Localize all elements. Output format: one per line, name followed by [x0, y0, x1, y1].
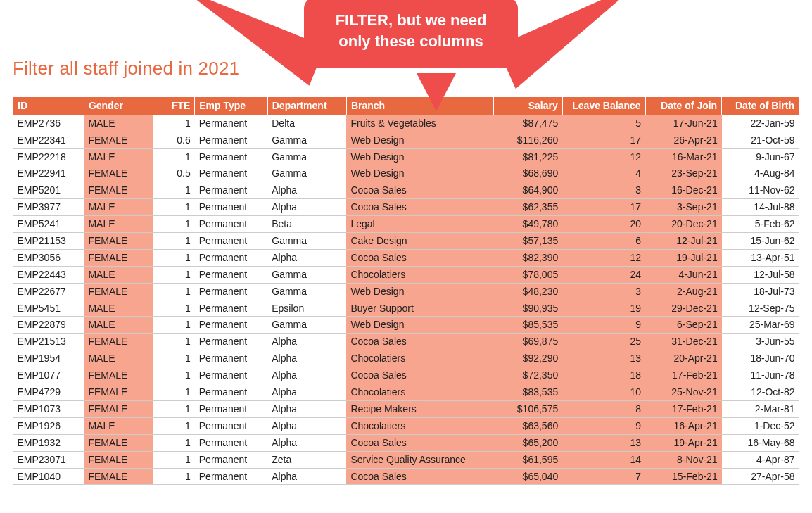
cell-etype: Permanent	[195, 400, 267, 417]
cell-branch: Web Design	[346, 283, 493, 300]
cell-fte: 0.6	[153, 132, 195, 148]
cell-dob: 15-Jun-62	[722, 233, 799, 250]
cell-salary: $106,575	[494, 400, 563, 417]
cell-salary: $81,225	[494, 148, 563, 165]
cell-id: EMP5451	[13, 300, 84, 317]
cell-dob: 13-Apr-51	[722, 249, 799, 266]
cell-dept: Alpha	[267, 350, 346, 367]
cell-dept: Gamma	[267, 317, 346, 334]
cell-branch: Cocoa Sales	[346, 182, 493, 199]
cell-salary: $57,135	[494, 233, 563, 250]
cell-salary: $48,230	[494, 283, 563, 300]
cell-etype: Permanent	[195, 300, 267, 317]
table-row: EMP21153FEMALE1PermanentGammaCake Design…	[13, 233, 799, 250]
cell-fte: 1	[153, 300, 195, 317]
cell-id: EMP3977	[13, 199, 84, 216]
cell-id: EMP1932	[13, 434, 84, 451]
cell-gender: MALE	[84, 350, 153, 367]
cell-gender: MALE	[84, 216, 153, 233]
cell-branch: Web Design	[346, 165, 493, 182]
cell-branch: Web Design	[346, 132, 493, 148]
cell-dob: 11-Nov-62	[722, 182, 799, 199]
cell-salary: $68,690	[494, 165, 563, 182]
cell-doj: 25-Nov-21	[645, 384, 722, 401]
cell-dob: 18-Jun-70	[722, 350, 799, 367]
cell-gender: MALE	[84, 317, 153, 334]
cell-leave: 13	[562, 350, 645, 367]
cell-doj: 19-Apr-21	[645, 434, 722, 451]
cell-dept: Delta	[267, 115, 346, 132]
cell-etype: Permanent	[195, 334, 267, 350]
col-fte: FTE	[153, 97, 195, 115]
cell-id: EMP1073	[13, 400, 84, 417]
cell-fte: 1	[153, 266, 195, 283]
cell-dept: Epsilon	[267, 300, 346, 317]
cell-etype: Permanent	[195, 165, 267, 182]
cell-etype: Permanent	[195, 283, 267, 300]
cell-dept: Alpha	[267, 434, 346, 451]
cell-leave: 9	[562, 417, 645, 434]
cell-doj: 16-Mar-21	[645, 148, 722, 165]
cell-salary: $49,780	[494, 216, 563, 233]
cell-dob: 9-Jun-67	[722, 148, 799, 165]
cell-salary: $72,350	[494, 367, 563, 384]
cell-id: EMP21153	[13, 233, 84, 250]
cell-fte: 1	[153, 199, 195, 216]
cell-dob: 3-Jun-55	[722, 334, 799, 350]
cell-fte: 1	[153, 417, 195, 434]
cell-salary: $65,040	[494, 468, 563, 485]
cell-doj: 6-Sep-21	[645, 317, 722, 334]
cell-salary: $116,260	[494, 132, 563, 148]
cell-leave: 3	[562, 182, 645, 199]
table-row: EMP5241MALE1PermanentBetaLegal$49,780202…	[13, 216, 799, 233]
cell-id: EMP22341	[13, 132, 84, 148]
cell-dept: Gamma	[267, 165, 346, 182]
cell-gender: MALE	[84, 417, 153, 434]
cell-dob: 1-Dec-52	[722, 417, 799, 434]
table-row: EMP3056FEMALE1PermanentAlphaCocoa Sales$…	[13, 249, 799, 266]
cell-doj: 16-Apr-21	[645, 417, 722, 434]
col-gender: Gender	[84, 97, 153, 115]
cell-branch: Recipe Makers	[346, 400, 493, 417]
cell-etype: Permanent	[195, 434, 267, 451]
cell-dob: 4-Apr-87	[722, 451, 799, 468]
cell-gender: FEMALE	[84, 334, 153, 350]
cell-leave: 3	[562, 283, 645, 300]
cell-gender: MALE	[84, 266, 153, 283]
table-row: EMP1926MALE1PermanentAlphaChocolatiers$6…	[13, 417, 799, 434]
cell-leave: 20	[562, 216, 645, 233]
cell-leave: 6	[562, 233, 645, 250]
cell-doj: 2-Aug-21	[645, 283, 722, 300]
table-row: EMP1954MALE1PermanentAlphaChocolatiers$9…	[13, 350, 799, 367]
cell-leave: 12	[562, 148, 645, 165]
cell-dept: Alpha	[267, 468, 346, 485]
table-row: EMP22879MALE1PermanentGammaWeb Design$85…	[13, 317, 799, 334]
cell-branch: Chocolatiers	[346, 384, 493, 401]
table-row: EMP1040FEMALE1PermanentAlphaCocoa Sales$…	[13, 468, 799, 485]
table-row: EMP2736MALE1PermanentDeltaFruits & Veget…	[13, 115, 799, 132]
callout-text: FILTER, but we need only these columns	[336, 11, 487, 50]
cell-dob: 22-Jan-59	[722, 115, 799, 132]
cell-id: EMP5241	[13, 216, 84, 233]
cell-gender: FEMALE	[84, 283, 153, 300]
cell-branch: Web Design	[346, 317, 493, 334]
cell-etype: Permanent	[195, 182, 267, 199]
cell-leave: 9	[562, 317, 645, 334]
cell-gender: FEMALE	[84, 182, 153, 199]
cell-salary: $90,935	[494, 300, 563, 317]
table-row: EMP21513FEMALE1PermanentAlphaCocoa Sales…	[13, 334, 799, 350]
cell-id: EMP22218	[13, 148, 84, 165]
table-row: EMP23071FEMALE1PermanentZetaService Qual…	[13, 451, 799, 468]
cell-id: EMP1077	[13, 367, 84, 384]
cell-etype: Permanent	[195, 417, 267, 434]
cell-fte: 1	[153, 283, 195, 300]
cell-dept: Alpha	[267, 182, 346, 199]
cell-salary: $69,875	[494, 334, 563, 350]
cell-salary: $64,900	[494, 182, 563, 199]
table-row: EMP5201FEMALE1PermanentAlphaCocoa Sales$…	[13, 182, 799, 199]
cell-doj: 12-Jul-21	[645, 233, 722, 250]
cell-leave: 4	[562, 165, 645, 182]
cell-id: EMP22677	[13, 283, 84, 300]
col-etype: Emp Type	[195, 97, 267, 115]
cell-doj: 17-Feb-21	[645, 400, 722, 417]
